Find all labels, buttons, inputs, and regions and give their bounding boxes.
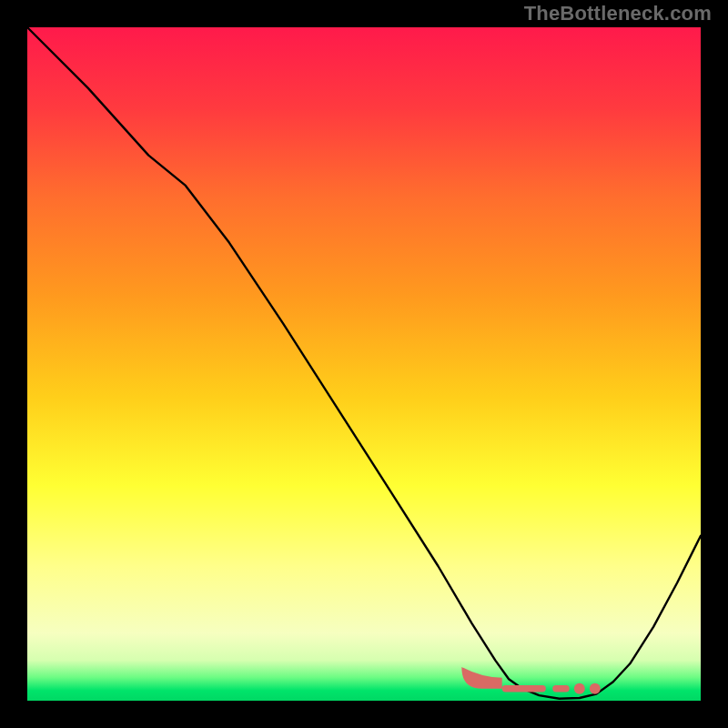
bottom-dot (590, 683, 601, 694)
bottom-blob (502, 685, 546, 692)
bottleneck-chart (0, 0, 728, 728)
plot-background (27, 27, 701, 701)
bottom-blob (552, 685, 570, 692)
chart-frame: { "watermark": "TheBottleneck.com", "plo… (0, 0, 728, 728)
bottom-dot (574, 683, 585, 694)
